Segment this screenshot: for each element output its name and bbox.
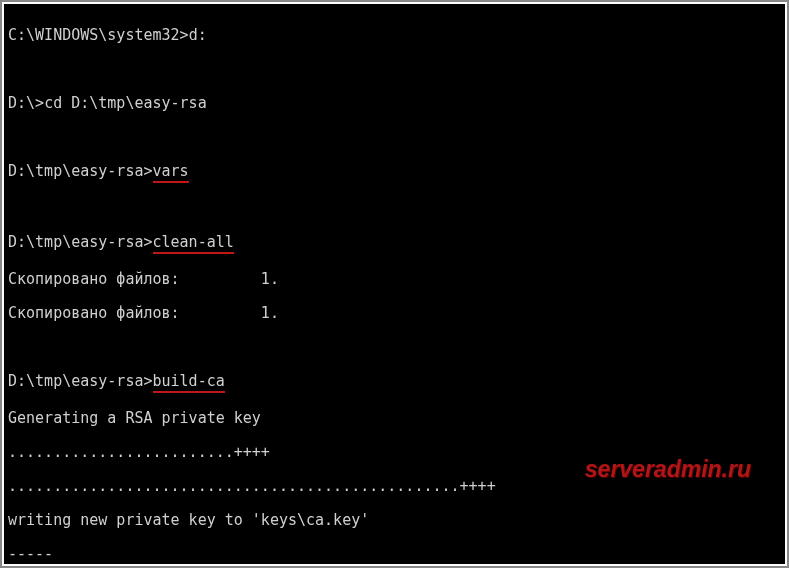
terminal-line: D:\tmp\easy-rsa>clean-all [8, 234, 781, 254]
command-text: cd D:\tmp\easy-rsa [44, 94, 207, 112]
terminal-output: .........................++++ [8, 444, 781, 461]
prompt: D:\tmp\easy-rsa> [8, 162, 153, 180]
terminal-blank [8, 61, 781, 78]
terminal-output: Скопировано файлов: 1. [8, 271, 781, 288]
terminal-blank [8, 200, 781, 217]
terminal-blank [8, 339, 781, 356]
terminal-output: ----- [8, 546, 781, 563]
terminal-blank [8, 129, 781, 146]
terminal-output: writing new private key to 'keys\ca.key' [8, 512, 781, 529]
terminal-output: ........................................… [8, 478, 781, 495]
terminal-line: D:\tmp\easy-rsa>build-ca [8, 373, 781, 393]
command-text: d: [189, 26, 207, 44]
terminal-line: D:\tmp\easy-rsa>vars [8, 163, 781, 183]
terminal-window[interactable]: C:\WINDOWS\system32>d: D:\>cd D:\tmp\eas… [2, 2, 787, 566]
terminal-line: D:\>cd D:\tmp\easy-rsa [8, 95, 781, 112]
command-highlight-clean-all: clean-all [153, 234, 234, 254]
prompt: D:\tmp\easy-rsa> [8, 233, 153, 251]
prompt: D:\> [8, 94, 44, 112]
terminal-output: Generating a RSA private key [8, 410, 781, 427]
command-highlight-build-ca: build-ca [153, 373, 225, 393]
screenshot-frame: C:\WINDOWS\system32>d: D:\>cd D:\tmp\eas… [0, 0, 789, 568]
watermark-text: serveradmin.ru [585, 461, 751, 478]
prompt: D:\tmp\easy-rsa> [8, 372, 153, 390]
prompt: C:\WINDOWS\system32> [8, 26, 189, 44]
terminal-output: Скопировано файлов: 1. [8, 305, 781, 322]
command-highlight-vars: vars [153, 163, 189, 183]
terminal-line: C:\WINDOWS\system32>d: [8, 27, 781, 44]
